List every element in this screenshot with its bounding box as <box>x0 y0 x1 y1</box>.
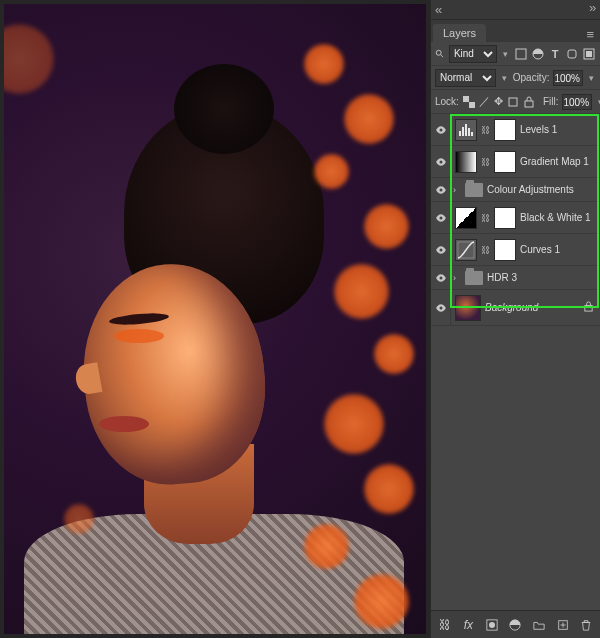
lock-position-icon[interactable]: ✥ <box>494 95 503 109</box>
panel-footer: ⛓ fx <box>431 610 600 638</box>
filter-shape-icon[interactable] <box>565 47 579 61</box>
visibility-toggle[interactable] <box>431 234 451 265</box>
fill-value[interactable]: 100% <box>562 94 592 110</box>
layer-mask-thumbnail[interactable] <box>494 207 516 229</box>
add-mask-icon[interactable] <box>484 617 500 633</box>
lock-paint-icon[interactable]: ／ <box>479 95 490 109</box>
eye-icon <box>435 184 447 196</box>
layer-group-row[interactable]: › HDR 3 <box>431 266 600 290</box>
visibility-toggle[interactable] <box>431 178 451 201</box>
layer-mask-thumbnail[interactable] <box>494 239 516 261</box>
visibility-toggle[interactable] <box>431 290 451 325</box>
tab-layers[interactable]: Layers <box>433 24 486 42</box>
lock-label: Lock: <box>435 96 459 107</box>
link-icon: ⛓ <box>481 157 490 167</box>
search-icon <box>435 48 445 60</box>
layer-mask-thumbnail[interactable] <box>494 119 516 141</box>
chevron-down-icon[interactable]: ▾ <box>596 97 600 107</box>
opacity-label: Opacity: <box>513 72 550 83</box>
blend-mode-select[interactable]: Normal <box>435 69 496 87</box>
chevron-down-icon: ▾ <box>500 73 509 83</box>
svg-rect-17 <box>585 306 592 312</box>
disclosure-icon[interactable]: › <box>453 273 461 283</box>
panel-menu-icon[interactable]: ≡ <box>580 27 600 42</box>
lock-row: Lock: ／ ✥ Fill: 100% ▾ <box>431 90 600 114</box>
fill-label: Fill: <box>543 96 559 107</box>
svg-rect-8 <box>469 102 475 108</box>
link-icon: ⛓ <box>481 245 490 255</box>
filter-kind-select[interactable]: Kind <box>449 45 497 63</box>
curves-icon <box>455 239 477 261</box>
folder-icon <box>465 183 483 197</box>
opacity-value[interactable]: 100% <box>553 70 583 86</box>
svg-rect-11 <box>459 131 461 136</box>
eye-icon <box>435 156 447 168</box>
layer-filter-row: Kind ▾ T <box>431 42 600 66</box>
delete-layer-icon[interactable] <box>578 617 594 633</box>
layer-thumbnail[interactable] <box>455 295 481 321</box>
panel-tabs: Layers ≡ <box>431 20 600 42</box>
dock-right-icon[interactable]: « <box>589 2 596 17</box>
gradient-map-icon <box>455 151 477 173</box>
layer-name[interactable]: Colour Adjustments <box>487 184 574 195</box>
folder-icon <box>465 271 483 285</box>
layer-row[interactable]: ⛓ Gradient Map 1 <box>431 146 600 178</box>
svg-rect-7 <box>463 96 469 102</box>
dock-left-icon[interactable]: « <box>435 2 442 17</box>
lock-icon[interactable] <box>583 301 594 314</box>
svg-rect-2 <box>516 49 526 59</box>
lock-transparency-icon[interactable] <box>463 95 475 109</box>
layer-group-row[interactable]: › Colour Adjustments <box>431 178 600 202</box>
visibility-toggle[interactable] <box>431 266 451 289</box>
layers-list: ⛓ Levels 1 ⛓ Gradient Map 1 › <box>431 114 600 610</box>
layer-name[interactable]: Gradient Map 1 <box>520 156 589 167</box>
document-canvas[interactable] <box>0 0 430 638</box>
filter-type-icon[interactable]: T <box>548 47 562 61</box>
filter-adjustment-icon[interactable] <box>531 47 545 61</box>
visibility-toggle[interactable] <box>431 202 451 233</box>
layer-name[interactable]: HDR 3 <box>487 272 517 283</box>
layer-row[interactable]: ⛓ Curves 1 <box>431 234 600 266</box>
lock-artboard-icon[interactable] <box>507 95 519 109</box>
new-adjustment-icon[interactable] <box>508 617 524 633</box>
svg-rect-4 <box>568 50 576 58</box>
eye-icon <box>435 124 447 136</box>
layer-row[interactable]: Background <box>431 290 600 326</box>
svg-rect-6 <box>586 51 592 57</box>
eye-icon <box>435 302 447 314</box>
visibility-toggle[interactable] <box>431 114 451 145</box>
filter-smart-icon[interactable] <box>582 47 596 61</box>
new-layer-icon[interactable] <box>555 617 571 633</box>
layer-row[interactable]: ⛓ Levels 1 <box>431 114 600 146</box>
visibility-toggle[interactable] <box>431 146 451 177</box>
eye-icon <box>435 272 447 284</box>
svg-rect-12 <box>462 127 464 136</box>
layer-name[interactable]: Levels 1 <box>520 124 557 135</box>
link-icon: ⛓ <box>481 213 490 223</box>
layer-fx-icon[interactable]: fx <box>461 617 477 633</box>
chevron-down-icon[interactable]: ▾ <box>587 73 596 83</box>
layer-name[interactable]: Curves 1 <box>520 244 560 255</box>
layer-mask-thumbnail[interactable] <box>494 151 516 173</box>
layers-panel: « « Layers ≡ Kind ▾ T Normal ▾ Opacity: … <box>430 0 600 638</box>
svg-rect-10 <box>525 101 533 107</box>
levels-icon <box>455 119 477 141</box>
eye-icon <box>435 212 447 224</box>
filter-pixel-icon[interactable] <box>514 47 528 61</box>
panel-window-header: « « <box>431 0 600 20</box>
blend-row: Normal ▾ Opacity: 100% ▾ <box>431 66 600 90</box>
link-layers-icon[interactable]: ⛓ <box>437 617 453 633</box>
disclosure-icon[interactable]: › <box>453 185 461 195</box>
chevron-down-icon: ▾ <box>501 49 510 59</box>
svg-rect-25 <box>584 620 587 622</box>
svg-rect-14 <box>468 128 470 136</box>
layer-name[interactable]: Black & White 1 <box>520 212 591 223</box>
layer-row[interactable]: ⛓ Black & White 1 <box>431 202 600 234</box>
eye-icon <box>435 244 447 256</box>
black-white-icon <box>455 207 477 229</box>
svg-rect-9 <box>509 98 517 106</box>
svg-point-0 <box>436 50 441 55</box>
lock-all-icon[interactable] <box>523 95 535 109</box>
layer-name[interactable]: Background <box>485 302 538 313</box>
new-group-icon[interactable] <box>531 617 547 633</box>
